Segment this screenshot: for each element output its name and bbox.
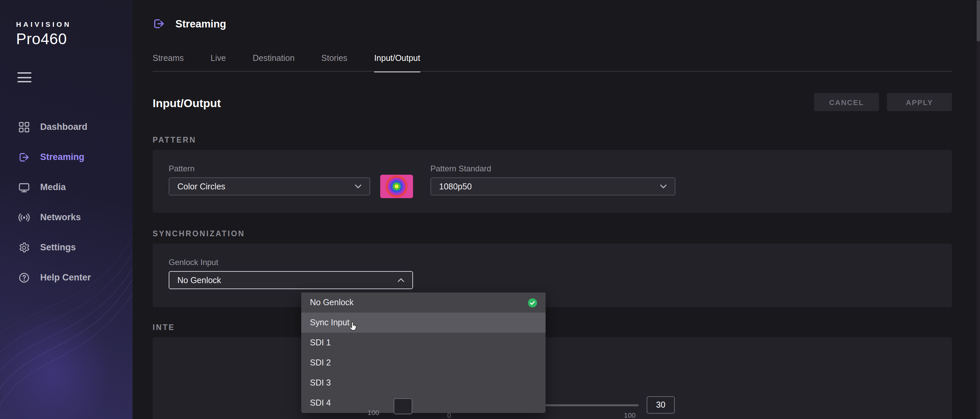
apply-button[interactable]: APPLY [887, 93, 952, 111]
app-window: HAIVISION Pro460 Dashboard [0, 0, 980, 419]
tab-stories[interactable]: Stories [321, 54, 347, 72]
brand-name: HAIVISION [16, 20, 71, 28]
genlock-select-value: No Genlock [177, 276, 221, 285]
page-actions: CANCEL APPLY [814, 93, 952, 111]
sidebar-item-streaming[interactable]: Streaming [0, 142, 132, 172]
sidebar-item-label: Networks [40, 212, 81, 222]
chevron-down-icon [355, 184, 361, 189]
menu-item-label: SDI 4 [310, 398, 331, 408]
section-title-synchronization: SYNCHRONIZATION [153, 229, 245, 237]
pattern-select[interactable]: Color Circles [169, 177, 370, 196]
hamburger-menu-icon[interactable] [18, 72, 32, 85]
menu-item-sdi-1[interactable]: SDI 1 [301, 333, 546, 353]
tab-destination[interactable]: Destination [253, 54, 294, 72]
slider-max-label: 100 [624, 411, 636, 419]
tab-bar: Streams Live Destination Stories Input/O… [153, 54, 420, 72]
sidebar-item-label: Settings [40, 242, 76, 252]
brand-logo: HAIVISION Pro460 [16, 20, 71, 48]
brand-model: Pro460 [16, 30, 71, 48]
pattern-select-value: Color Circles [177, 182, 225, 191]
sidebar-nav: Dashboard Streaming Media [0, 112, 132, 293]
menu-item-label: SDI 3 [310, 378, 331, 387]
microphone-value-field[interactable]: 30 [647, 396, 675, 414]
chevron-up-icon [398, 278, 404, 282]
section-title-clipped: INTE [153, 323, 175, 331]
tab-input-output[interactable]: Input/Output [374, 54, 420, 72]
sidebar-item-help-center[interactable]: Help Center [0, 262, 132, 293]
scrollbar-thumb[interactable] [977, 0, 980, 41]
menu-item-label: No Genlock [310, 298, 354, 307]
menu-item-label: SDI 2 [310, 358, 331, 368]
sidebar: HAIVISION Pro460 Dashboard [0, 0, 132, 419]
pattern-field-label: Pattern [169, 164, 194, 174]
menu-item-label: SDI 1 [310, 338, 331, 347]
media-monitor-icon [18, 181, 30, 193]
sidebar-item-label: Help Center [40, 272, 91, 282]
scrollbar [977, 0, 980, 419]
streaming-export-icon [18, 151, 30, 163]
chevron-down-icon [660, 184, 667, 189]
settings-gear-icon [18, 241, 30, 253]
header-title: Streaming [175, 18, 226, 30]
page-header: Streaming [153, 18, 226, 30]
streaming-export-icon [153, 18, 165, 30]
pattern-standard-label: Pattern Standard [430, 164, 491, 174]
selected-check-icon [528, 298, 538, 307]
menu-item-sdi-2[interactable]: SDI 2 [301, 353, 546, 373]
pattern-panel: Pattern Color Circles Pattern Standard [153, 150, 952, 213]
tab-streams[interactable]: Streams [153, 54, 184, 72]
page-title: Input/Output [153, 97, 221, 110]
sidebar-item-networks[interactable]: Networks [0, 202, 132, 232]
synchronization-panel: Genlock Input No Genlock [153, 244, 952, 307]
audio-panel: Bluetooth Microphone 0 100 30 100 [153, 337, 952, 419]
sidebar-item-label: Media [40, 182, 66, 192]
menu-item-sync-input[interactable]: Sync Input [301, 312, 546, 333]
help-question-icon [18, 271, 30, 284]
sidebar-item-settings[interactable]: Settings [0, 232, 132, 262]
tab-live[interactable]: Live [210, 54, 226, 72]
tab-divider [153, 71, 952, 72]
section-title-pattern: PATTERN [153, 136, 196, 144]
sidebar-item-label: Dashboard [40, 122, 88, 132]
sidebar-item-label: Streaming [40, 152, 84, 162]
cancel-button[interactable]: CANCEL [814, 93, 879, 111]
menu-item-label: Sync Input [310, 318, 349, 327]
menu-item-no-genlock[interactable]: No Genlock [301, 293, 546, 312]
color-circles-preview [380, 175, 413, 198]
genlock-dropdown-menu: No Genlock Sync Input SDI 1 SDI 2 SDI 3 … [301, 293, 546, 413]
sidebar-item-dashboard[interactable]: Dashboard [0, 112, 132, 142]
sidebar-item-media[interactable]: Media [0, 172, 132, 202]
genlock-input-label: Genlock Input [169, 258, 218, 267]
pattern-standard-select[interactable]: 1080p50 [430, 177, 675, 196]
pattern-standard-value: 1080p50 [439, 182, 472, 191]
dashboard-grid-icon [18, 121, 30, 133]
networks-broadcast-icon [18, 211, 30, 223]
menu-item-sdi-3[interactable]: SDI 3 [301, 373, 546, 393]
menu-item-sdi-4[interactable]: SDI 4 [301, 393, 546, 413]
genlock-input-select[interactable]: No Genlock [169, 271, 413, 289]
main-content: Streaming Streams Live Destination Stori… [132, 0, 980, 419]
